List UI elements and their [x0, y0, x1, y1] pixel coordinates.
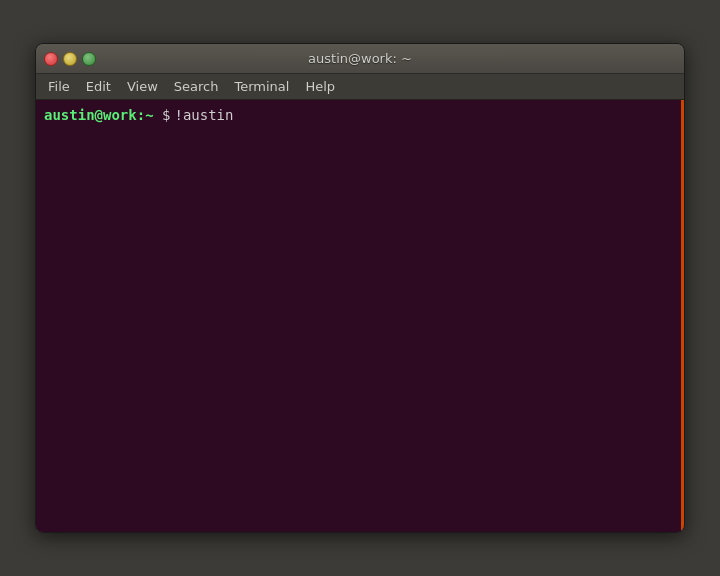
- window-controls: [44, 52, 96, 66]
- close-button[interactable]: [44, 52, 58, 66]
- terminal-window: austin@work: ~ File Edit View Search Ter…: [35, 43, 685, 533]
- prompt-user: austin@work:~: [44, 106, 154, 126]
- menubar: File Edit View Search Terminal Help: [36, 74, 684, 100]
- menu-terminal[interactable]: Terminal: [226, 77, 297, 96]
- terminal-body[interactable]: austin@work:~ $ !austin: [36, 100, 684, 532]
- menu-search[interactable]: Search: [166, 77, 227, 96]
- terminal-line: austin@work:~ $ !austin: [44, 106, 673, 126]
- maximize-button[interactable]: [82, 52, 96, 66]
- prompt-symbol: $: [154, 106, 171, 126]
- menu-file[interactable]: File: [40, 77, 78, 96]
- command-text: !austin: [174, 106, 233, 126]
- menu-view[interactable]: View: [119, 77, 166, 96]
- minimize-button[interactable]: [63, 52, 77, 66]
- titlebar: austin@work: ~: [36, 44, 684, 74]
- menu-edit[interactable]: Edit: [78, 77, 119, 96]
- menu-help[interactable]: Help: [297, 77, 343, 96]
- window-title: austin@work: ~: [308, 51, 412, 66]
